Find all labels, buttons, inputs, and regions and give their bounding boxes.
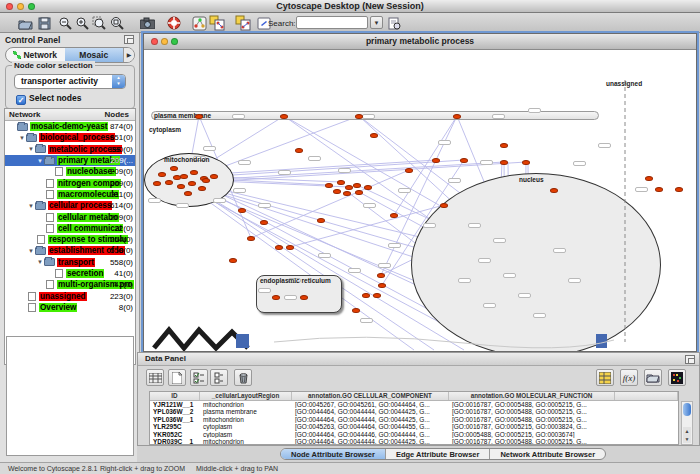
graph-node[interactable] — [180, 174, 188, 179]
graph-node[interactable] — [229, 258, 237, 263]
table-row[interactable]: YKR052Ccytoplasm[GO:0044464, GO:0044446,… — [150, 431, 678, 438]
tab-edge-attribute-browser[interactable]: Edge Attribute Browser — [386, 449, 490, 459]
network-window-titlebar[interactable]: primary metabolic process — [144, 34, 696, 50]
expand-arrow-icon[interactable]: ▼ — [18, 135, 26, 141]
attribute-table-icon[interactable] — [596, 369, 614, 386]
graph-node[interactable] — [355, 114, 363, 119]
column-header[interactable]: annotation.GO CELLULAR_COMPONENT — [292, 392, 449, 400]
graph-node[interactable] — [188, 181, 196, 186]
graph-node[interactable] — [295, 148, 303, 153]
scrollbar-thumb[interactable] — [683, 403, 691, 416]
graph-node[interactable] — [550, 188, 558, 193]
graph-node[interactable] — [352, 308, 360, 313]
search-dropdown-icon[interactable]: ▼ — [370, 16, 383, 29]
tree-row[interactable]: nucleobase-209(0) — [5, 166, 135, 177]
graph-node[interactable] — [333, 189, 341, 194]
tab-mosaic[interactable]: Mosaic — [65, 48, 124, 62]
graph-node[interactable] — [460, 158, 468, 163]
graph-node[interactable] — [453, 114, 461, 119]
graph-node[interactable] — [173, 175, 181, 180]
graph-node[interactable] — [522, 160, 530, 165]
tree-row[interactable]: ▼establishment of lo558(0) — [5, 245, 135, 256]
function-builder-icon[interactable]: f(x) — [620, 369, 638, 386]
tab-network-attribute-browser[interactable]: Network Attribute Browser — [490, 449, 605, 459]
graph-node[interactable] — [337, 180, 345, 185]
tree-row[interactable]: nitrogen compo209(0) — [5, 177, 135, 188]
expand-arrow-icon[interactable]: ▼ — [36, 259, 44, 265]
scrollbar-arrows[interactable]: ▲▼ — [683, 427, 691, 443]
graph-node[interactable] — [153, 181, 161, 186]
tree-row[interactable]: secretion41(0) — [5, 268, 135, 279]
graph-node[interactable] — [370, 133, 378, 138]
help-icon[interactable] — [166, 15, 182, 31]
save-icon[interactable] — [36, 15, 52, 31]
node-color-select[interactable]: transporter activity ▲▼ — [14, 74, 126, 89]
graph-node[interactable] — [317, 218, 325, 223]
tree-row[interactable]: ▼biological_process651(0) — [5, 132, 135, 143]
mapping-1-icon[interactable] — [209, 15, 225, 31]
graph-node[interactable] — [286, 245, 294, 250]
tree-row[interactable]: macromolecule311(0) — [5, 189, 135, 200]
table-row[interactable]: YPL036W__1mitochondrion[GO:0044464, GO:0… — [150, 416, 678, 423]
column-header[interactable]: annotation.GO MOLECULAR_FUNCTION — [449, 392, 615, 400]
graph-node[interactable] — [500, 160, 508, 165]
tree-row[interactable]: unassigned223(0) — [5, 290, 135, 301]
expand-arrow-icon[interactable]: ▼ — [27, 248, 35, 254]
snapshot-icon[interactable] — [139, 15, 155, 31]
table-row[interactable]: YJR121W__1mitochondrion[GO:0045267, GO:0… — [150, 401, 678, 408]
graph-node[interactable] — [440, 203, 448, 208]
graph-node[interactable] — [377, 273, 385, 278]
table-scrollbar[interactable]: ▲▼ — [681, 401, 693, 445]
graph-node[interactable] — [405, 168, 413, 173]
tree-row[interactable]: cellular metabo209(0) — [5, 211, 135, 222]
column-header[interactable]: ID — [150, 392, 200, 400]
zoom-selected-icon[interactable] — [91, 15, 107, 31]
float-panel-icon[interactable] — [124, 35, 134, 44]
tab-node-attribute-browser[interactable]: Node Attribute Browser — [281, 449, 386, 459]
network-tree-header[interactable]: Network Nodes — [5, 109, 135, 121]
expand-arrow-icon[interactable]: ▼ — [27, 203, 35, 209]
import-attributes-icon[interactable] — [644, 369, 662, 386]
graph-node[interactable] — [280, 114, 288, 119]
graph-node[interactable] — [210, 174, 218, 179]
tree-row[interactable]: Overview8(0) — [5, 302, 135, 313]
graph-node[interactable] — [260, 220, 268, 225]
graph-node[interactable] — [645, 176, 653, 181]
expand-arrow-icon[interactable]: ▼ — [36, 158, 44, 164]
graph-node[interactable] — [378, 283, 386, 288]
graph-node[interactable] — [345, 185, 353, 190]
network-canvas[interactable]: plasma membrane cytoplasm mitochondrion … — [144, 50, 696, 351]
search-refresh-icon[interactable] — [386, 15, 402, 31]
graph-node[interactable] — [272, 295, 280, 300]
graph-node[interactable] — [355, 190, 363, 195]
table-row[interactable]: YLR295Ccytoplasm[GO:0045263, GO:0044464,… — [150, 423, 678, 430]
graph-node[interactable] — [362, 293, 370, 298]
graph-node[interactable] — [500, 143, 508, 148]
graph-node[interactable] — [177, 184, 185, 189]
birds-eye-view[interactable] — [6, 336, 134, 456]
matrix-view-icon[interactable] — [668, 369, 686, 386]
graph-node[interactable] — [184, 191, 192, 196]
tree-row[interactable]: ▼primary metabo209(... — [5, 155, 135, 166]
tree-row[interactable]: cell communicat22(0) — [5, 223, 135, 234]
graph-node[interactable] — [202, 178, 210, 183]
table-row[interactable]: YDR039C__1mitochondrion[GO:0044464, GO:0… — [150, 438, 678, 445]
expand-arrow-icon[interactable]: ▼ — [27, 146, 35, 152]
graph-node[interactable] — [247, 236, 255, 241]
graph-node[interactable] — [343, 191, 351, 196]
table-row[interactable]: YPL036W__2plasma membrane[GO:0044464, GO… — [150, 408, 678, 415]
graph-node[interactable] — [158, 172, 166, 177]
graph-node[interactable] — [325, 183, 333, 188]
zoom-out-icon[interactable] — [57, 15, 73, 31]
graph-node[interactable] — [364, 185, 372, 190]
open-file-icon[interactable] — [17, 15, 33, 31]
graph-node[interactable] — [170, 166, 178, 171]
graph-node[interactable] — [655, 187, 663, 192]
select-attributes-icon[interactable] — [190, 369, 208, 386]
attribute-table[interactable]: ID_cellularLayoutRegionannotation.GO CEL… — [149, 391, 679, 445]
zoom-in-icon[interactable] — [74, 15, 90, 31]
zoom-fit-icon[interactable] — [109, 15, 125, 31]
mapping-2-icon[interactable] — [235, 15, 251, 31]
tree-row[interactable]: ▼cellular process614(0) — [5, 200, 135, 211]
select-rows-icon[interactable] — [210, 369, 228, 386]
